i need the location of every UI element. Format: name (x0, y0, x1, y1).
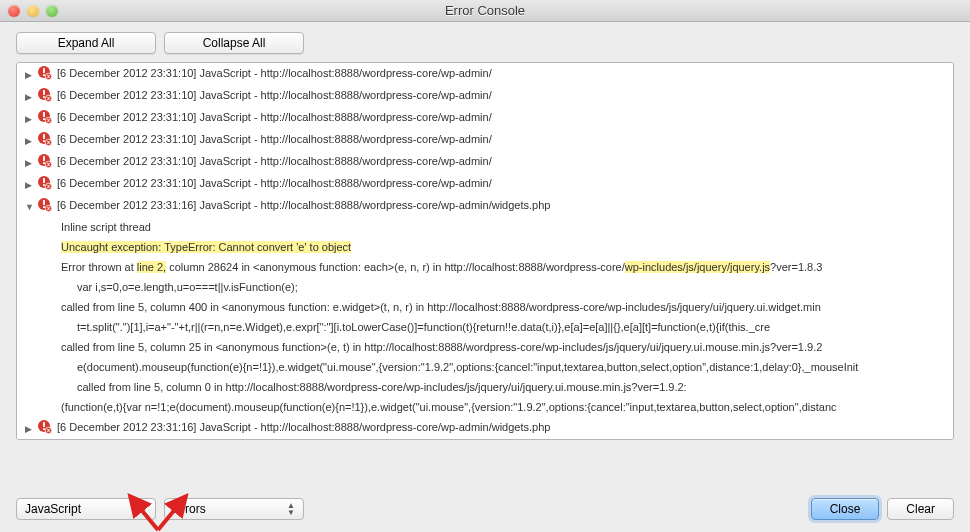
svg-rect-18 (43, 162, 45, 164)
svg-rect-21 (43, 178, 45, 183)
error-code-line: var i,s=0,o=e.length,u=o===t||v.isFuncti… (17, 277, 953, 297)
disclosure-closed-icon[interactable]: ▶ (25, 133, 35, 149)
error-entry-text: [6 December 2012 23:31:10] JavaScript - … (57, 109, 949, 125)
error-stack-frame: called from line 5, column 400 in <anony… (17, 297, 953, 317)
error-list-panel[interactable]: ▶[6 December 2012 23:31:10] JavaScript -… (16, 62, 954, 440)
collapse-all-button[interactable]: Collapse All (164, 32, 304, 54)
svg-rect-22 (43, 184, 45, 186)
error-entry[interactable]: ▶[6 December 2012 23:31:10] JavaScript -… (17, 173, 953, 195)
svg-rect-26 (43, 206, 45, 208)
svg-rect-30 (43, 428, 45, 430)
svg-rect-25 (43, 200, 45, 205)
error-entry-text: [6 December 2012 23:31:10] JavaScript - … (57, 131, 949, 147)
error-thread: Inline script thread (17, 217, 953, 237)
disclosure-open-icon[interactable]: ▼ (25, 199, 35, 215)
error-entry-text: [6 December 2012 23:31:10] JavaScript - … (57, 175, 949, 191)
error-entry[interactable]: ▶[6 December 2012 23:31:10] JavaScript -… (17, 151, 953, 173)
svg-rect-29 (43, 422, 45, 427)
expand-all-button[interactable]: Expand All (16, 32, 156, 54)
error-stack-frame: called from line 5, column 0 in http://l… (17, 377, 953, 397)
error-icon (37, 419, 53, 435)
error-entry[interactable]: ▶[6 December 2012 23:31:10] JavaScript -… (17, 129, 953, 151)
error-icon (37, 65, 53, 81)
window-titlebar: Error Console (0, 0, 970, 22)
svg-rect-6 (43, 96, 45, 98)
error-code-line: (function(e,t){var n=!1;e(document).mous… (17, 397, 953, 417)
error-entry[interactable]: ▶[6 December 2012 23:31:16] JavaScript -… (17, 439, 953, 440)
error-entry-text: [6 December 2012 23:31:16] JavaScript - … (57, 419, 949, 435)
svg-rect-9 (43, 112, 45, 117)
disclosure-closed-icon[interactable]: ▶ (25, 89, 35, 105)
svg-rect-5 (43, 90, 45, 95)
error-entry[interactable]: ▶[6 December 2012 23:31:10] JavaScript -… (17, 63, 953, 85)
error-icon (37, 109, 53, 125)
error-thrown-at: Error thrown at line 2, column 28624 in … (17, 257, 953, 277)
svg-rect-1 (43, 68, 45, 73)
svg-rect-17 (43, 156, 45, 161)
svg-rect-14 (43, 140, 45, 142)
error-entry-text: [6 December 2012 23:31:10] JavaScript - … (57, 65, 949, 81)
language-filter-select[interactable]: JavaScript ▲▼ (16, 498, 156, 520)
window-title: Error Console (0, 3, 970, 18)
error-icon (37, 131, 53, 147)
error-entry[interactable]: ▶[6 December 2012 23:31:10] JavaScript -… (17, 85, 953, 107)
disclosure-closed-icon[interactable]: ▶ (25, 421, 35, 437)
clear-button[interactable]: Clear (887, 498, 954, 520)
disclosure-closed-icon[interactable]: ▶ (25, 111, 35, 127)
bottom-bar: JavaScript ▲▼ Errors ▲▼ Close Clear (0, 490, 970, 532)
svg-rect-10 (43, 118, 45, 120)
error-icon (37, 153, 53, 169)
error-code-line: t=t.split(".")[1],i=a+"-"+t,r||(r=n,n=e.… (17, 317, 953, 337)
disclosure-closed-icon[interactable]: ▶ (25, 67, 35, 83)
language-filter-value: JavaScript (25, 502, 81, 516)
toolbar: Expand All Collapse All (0, 22, 970, 62)
error-entry[interactable]: ▼[6 December 2012 23:31:16] JavaScript -… (17, 195, 953, 217)
close-button[interactable]: Close (811, 498, 880, 520)
error-entry[interactable]: ▶[6 December 2012 23:31:10] JavaScript -… (17, 107, 953, 129)
minimize-window-icon[interactable] (27, 5, 39, 17)
error-entry-text: [6 December 2012 23:31:10] JavaScript - … (57, 153, 949, 169)
error-entry[interactable]: ▶[6 December 2012 23:31:16] JavaScript -… (17, 417, 953, 439)
error-entry-text: [6 December 2012 23:31:16] JavaScript - … (57, 197, 949, 213)
level-filter-value: Errors (173, 502, 206, 516)
error-stack-frame: called from line 5, column 25 in <anonym… (17, 337, 953, 357)
error-icon (37, 197, 53, 213)
error-icon (37, 87, 53, 103)
disclosure-closed-icon[interactable]: ▶ (25, 155, 35, 171)
close-window-icon[interactable] (8, 5, 20, 17)
error-entry-text: [6 December 2012 23:31:10] JavaScript - … (57, 87, 949, 103)
zoom-window-icon[interactable] (46, 5, 58, 17)
error-code-line: e(document).mouseup(function(e){n=!1}),e… (17, 357, 953, 377)
svg-rect-13 (43, 134, 45, 139)
error-icon (37, 175, 53, 191)
select-arrows-icon: ▲▼ (139, 502, 147, 516)
svg-rect-2 (43, 74, 45, 76)
select-arrows-icon: ▲▼ (287, 502, 295, 516)
error-exception: Uncaught exception: TypeError: Cannot co… (17, 237, 953, 257)
disclosure-closed-icon[interactable]: ▶ (25, 177, 35, 193)
level-filter-select[interactable]: Errors ▲▼ (164, 498, 304, 520)
